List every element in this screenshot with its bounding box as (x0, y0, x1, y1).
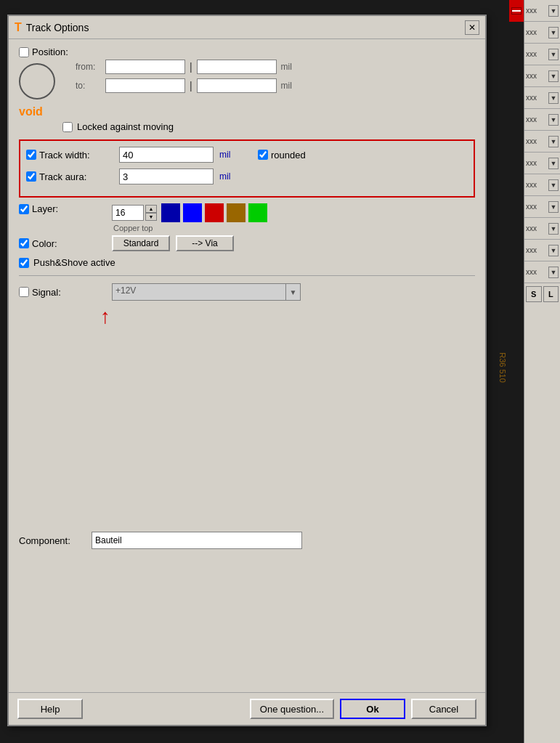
layer-spinner: ▲ ▼ (145, 205, 157, 221)
sidebar-row-1: xxx ▼ (524, 22, 560, 44)
sidebar-label-6: xxx (526, 137, 537, 145)
position-checkbox[interactable] (19, 47, 29, 57)
position-label: Position: (32, 46, 68, 57)
sidebar-dropdown-7[interactable]: ▼ (548, 158, 559, 169)
sidebar-row-2: xxx ▼ (524, 44, 560, 65)
right-sidebar: xxx ▼ xxx ▼ xxx ▼ xxx ▼ xxx ▼ xxx ▼ xxx … (524, 0, 560, 743)
dialog-content: Position: from: | mil to: | mil (9, 39, 485, 692)
via-button[interactable]: --> Via (176, 235, 234, 251)
signal-label: Signal: (32, 287, 61, 298)
sidebar-row-9: xxx ▼ (524, 196, 560, 218)
color-row: Color: Standard --> Via (19, 235, 475, 251)
cancel-button[interactable]: Cancel (411, 699, 476, 719)
sidebar-label-12: xxx (526, 268, 537, 276)
sidebar-row-0: xxx ▼ (524, 0, 560, 22)
position-section: Position: from: | mil to: | mil (19, 46, 475, 100)
layer-spin-up[interactable]: ▲ (145, 205, 157, 213)
from-x-input[interactable] (105, 60, 185, 74)
locked-label: Locked against moving (77, 121, 174, 132)
track-width-unit: mil (219, 150, 238, 160)
push-shove-checkbox[interactable] (19, 258, 29, 268)
sidebar-dropdown-1[interactable]: ▼ (548, 27, 559, 38)
sidebar-dropdown-6[interactable]: ▼ (548, 136, 559, 147)
position-fields: from: | mil to: | mil (76, 60, 292, 93)
push-shove-label: Push&Shove active (33, 257, 115, 268)
signal-checkbox[interactable] (19, 287, 29, 297)
layer-checkbox[interactable] (19, 204, 29, 214)
track-aura-unit: mil (219, 171, 238, 182)
copper-label: Copper top (113, 224, 267, 232)
sidebar-dropdown-10[interactable]: ▼ (548, 223, 559, 235)
to-y-input[interactable] (197, 78, 277, 93)
signal-value: +12V (115, 285, 136, 296)
sidebar-dropdown-5[interactable]: ▼ (548, 114, 559, 126)
component-input[interactable] (92, 532, 302, 549)
swatch-red[interactable] (205, 203, 224, 222)
one-question-button[interactable]: One question... (250, 699, 334, 719)
swatch-brown[interactable] (227, 203, 245, 222)
sidebar-label-2: xxx (526, 50, 537, 58)
help-button[interactable]: Help (17, 699, 83, 719)
sidebar-label-10: xxx (526, 224, 537, 232)
signal-dropdown[interactable]: +12V ▼ (112, 283, 301, 301)
signal-row: Signal: +12V ▼ ↑ (19, 283, 475, 301)
to-label: to: (76, 81, 101, 91)
dialog-footer: Help One question... Ok Cancel (9, 692, 485, 725)
from-separator: | (190, 61, 192, 73)
color-checkbox[interactable] (19, 238, 29, 248)
track-width-input[interactable] (119, 147, 214, 163)
sidebar-dropdown-11[interactable]: ▼ (548, 245, 559, 256)
position-checkbox-row: Position: (19, 46, 68, 57)
sidebar-label-3: xxx (526, 72, 537, 80)
from-unit: mil (281, 62, 292, 72)
sidebar-dropdown-2[interactable]: ▼ (548, 49, 559, 60)
track-circle-indicator (19, 63, 55, 100)
component-row: Component: (19, 524, 475, 549)
locked-checkbox[interactable] (62, 122, 73, 132)
color-swatches (161, 203, 267, 222)
s-button[interactable]: S (526, 286, 542, 302)
sidebar-dropdown-9[interactable]: ▼ (548, 201, 559, 213)
l-button[interactable]: L (543, 286, 559, 302)
sidebar-dropdown-0[interactable]: ▼ (548, 5, 559, 17)
push-shove-row: Push&Shove active (19, 257, 475, 268)
track-options-dialog: T Track Options ✕ Position: from: | mil (7, 15, 487, 726)
dialog-title: Track Options (26, 22, 465, 33)
track-width-checkbox[interactable] (26, 150, 36, 160)
sidebar-dropdown-12[interactable]: ▼ (548, 267, 559, 278)
sidebar-dropdown-8[interactable]: ▼ (548, 179, 559, 191)
sidebar-dropdown-4[interactable]: ▼ (548, 92, 559, 104)
from-label: from: (76, 62, 101, 72)
swatch-green[interactable] (248, 203, 267, 222)
track-aura-input[interactable] (119, 169, 214, 184)
standard-button[interactable]: Standard (112, 235, 170, 251)
layer-row: Layer: ▲ ▼ (19, 203, 475, 232)
signal-checkbox-area: Signal: (19, 287, 106, 298)
rounded-checkbox[interactable] (258, 150, 268, 160)
ok-button[interactable]: Ok (340, 699, 405, 719)
sidebar-label-1: xxx (526, 28, 537, 36)
title-icon: T (15, 21, 22, 34)
color-label: Color: (32, 238, 57, 249)
from-row: from: | mil (76, 60, 292, 74)
sidebar-label-5: xxx (526, 115, 537, 123)
close-button[interactable]: ✕ (465, 20, 479, 35)
layer-number-input[interactable] (112, 205, 144, 221)
locked-row: Locked against moving (19, 121, 475, 132)
track-aura-checkbox[interactable] (26, 171, 36, 182)
sidebar-dropdown-3[interactable]: ▼ (548, 70, 559, 82)
layer-spin-down[interactable]: ▼ (145, 213, 157, 221)
sidebar-label-8: xxx (526, 181, 537, 189)
swatch-dark-blue[interactable] (161, 203, 180, 222)
sidebar-row-12: xxx ▼ (524, 261, 560, 283)
swatch-blue[interactable] (183, 203, 202, 222)
void-label: void (19, 105, 475, 118)
signal-dropdown-arrow: ▼ (285, 284, 300, 300)
from-y-input[interactable] (197, 60, 277, 74)
sidebar-label-7: xxx (526, 159, 537, 167)
to-x-input[interactable] (105, 78, 185, 93)
sidebar-row-10: xxx ▼ (524, 218, 560, 240)
pcb-label-r36: R36 510 (498, 352, 507, 383)
red-arrow-indicator: ↑ (100, 306, 110, 327)
layer-checkbox-area: Layer: (19, 203, 106, 214)
